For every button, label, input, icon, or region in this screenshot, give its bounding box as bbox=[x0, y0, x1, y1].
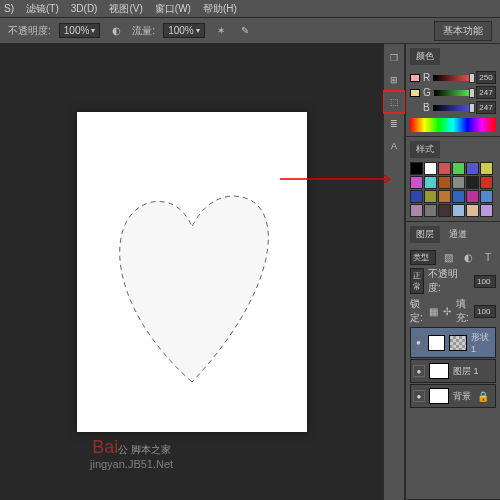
airbrush-icon[interactable]: ✶ bbox=[213, 23, 229, 39]
character-icon[interactable]: A bbox=[384, 136, 404, 156]
layer-thumb[interactable] bbox=[429, 388, 449, 404]
visibility-toggle[interactable]: ● bbox=[413, 337, 424, 349]
menu-3d[interactable]: 3D(D) bbox=[71, 3, 98, 14]
style-swatch[interactable] bbox=[438, 176, 451, 189]
fill-value[interactable]: 100 bbox=[474, 305, 496, 318]
layer-name[interactable]: 图层 1 bbox=[453, 365, 479, 378]
collapsed-panel-strip: ❐ ⊞ ⬚ ≣ A bbox=[383, 44, 405, 500]
flow-label: 流量: bbox=[132, 24, 155, 38]
style-swatch[interactable] bbox=[438, 204, 451, 217]
color-panel: 颜色 R 250 G 247 B 247 bbox=[406, 44, 500, 137]
style-swatch[interactable] bbox=[410, 176, 423, 189]
blend-mode[interactable]: 正常 bbox=[410, 268, 424, 294]
lock-pixels-icon[interactable]: ▦ bbox=[428, 303, 438, 319]
style-swatch[interactable] bbox=[452, 204, 465, 217]
layer-name[interactable]: 形状 1 bbox=[471, 331, 493, 354]
visibility-toggle[interactable]: ● bbox=[413, 390, 425, 402]
styles-panel: 样式 bbox=[406, 137, 500, 222]
menu-help[interactable]: 帮助(H) bbox=[203, 2, 237, 16]
main-area: ❐ ⊞ ⬚ ≣ A 颜色 R 250 G 247 B 2 bbox=[0, 44, 500, 500]
visibility-toggle[interactable]: ● bbox=[413, 365, 425, 377]
filter-adjust-icon[interactable]: ◐ bbox=[460, 249, 476, 265]
style-swatch[interactable] bbox=[452, 162, 465, 175]
bg-color-chip[interactable] bbox=[410, 89, 420, 97]
color-spectrum[interactable] bbox=[410, 118, 496, 132]
style-swatch[interactable] bbox=[438, 190, 451, 203]
layer-row[interactable]: ● 图层 1 bbox=[410, 359, 496, 383]
properties-icon[interactable]: ⊞ bbox=[384, 70, 404, 90]
swatches-icon[interactable]: ⬚ bbox=[384, 92, 404, 112]
layer-name[interactable]: 背景 bbox=[453, 390, 471, 403]
fg-color-chip[interactable] bbox=[410, 74, 420, 82]
style-swatch[interactable] bbox=[466, 190, 479, 203]
style-swatch[interactable] bbox=[480, 162, 493, 175]
opacity-field[interactable]: 100%▾ bbox=[59, 23, 101, 38]
r-slider[interactable] bbox=[433, 75, 473, 81]
b-value[interactable]: 247 bbox=[476, 101, 496, 114]
style-swatch[interactable] bbox=[480, 176, 493, 189]
layer-row[interactable]: ● 形状 1 bbox=[410, 327, 496, 358]
layer-mask-thumb[interactable] bbox=[449, 335, 467, 351]
layer-thumb[interactable] bbox=[429, 363, 449, 379]
style-swatch[interactable] bbox=[466, 176, 479, 189]
opacity-label: 不透明度: bbox=[8, 24, 51, 38]
menu-select[interactable]: S) bbox=[4, 3, 14, 14]
r-value[interactable]: 250 bbox=[476, 71, 496, 84]
style-swatch[interactable] bbox=[438, 162, 451, 175]
flow-field[interactable]: 100%▾ bbox=[163, 23, 205, 38]
r-label: R bbox=[423, 72, 430, 83]
lock-label: 锁定: bbox=[410, 297, 424, 325]
fill-label: 填充: bbox=[456, 297, 470, 325]
styles-grid bbox=[410, 162, 496, 217]
watermark: Bai公 脚本之家 jingyan.JB51.Net bbox=[90, 437, 173, 470]
channels-tab[interactable]: 通道 bbox=[443, 226, 473, 243]
layer-opacity-label: 不透明度: bbox=[428, 267, 470, 295]
layer-row[interactable]: ● 背景 🔒 bbox=[410, 384, 496, 408]
lock-position-icon[interactable]: ✢ bbox=[442, 303, 452, 319]
layer-filter-type[interactable]: 类型 bbox=[410, 250, 436, 265]
b-label: B bbox=[423, 102, 430, 113]
history-icon[interactable]: ❐ bbox=[384, 48, 404, 68]
heart-selection bbox=[97, 172, 287, 392]
styles-tab[interactable]: 样式 bbox=[410, 141, 440, 158]
options-bar: 不透明度: 100%▾ ◐ 流量: 100%▾ ✶ ✎ 基本功能 bbox=[0, 18, 500, 44]
layer-thumb[interactable] bbox=[428, 335, 446, 351]
color-tab[interactable]: 颜色 bbox=[410, 48, 440, 65]
menu-view[interactable]: 视图(V) bbox=[109, 2, 142, 16]
callout-arrow bbox=[280, 174, 390, 184]
lock-icon: 🔒 bbox=[475, 388, 491, 404]
pressure-size-icon[interactable]: ✎ bbox=[237, 23, 253, 39]
brushes-icon[interactable]: ≣ bbox=[384, 114, 404, 134]
layers-tab[interactable]: 图层 bbox=[410, 226, 440, 243]
menu-filter[interactable]: 滤镜(T) bbox=[26, 2, 59, 16]
filter-pixel-icon[interactable]: ▧ bbox=[440, 249, 456, 265]
filter-text-icon[interactable]: T bbox=[480, 249, 496, 265]
style-swatch[interactable] bbox=[466, 162, 479, 175]
layer-opacity-value[interactable]: 100 bbox=[474, 275, 496, 288]
style-swatch[interactable] bbox=[424, 204, 437, 217]
g-label: G bbox=[423, 87, 431, 98]
document-canvas[interactable] bbox=[77, 112, 307, 432]
style-swatch[interactable] bbox=[452, 190, 465, 203]
b-slider[interactable] bbox=[433, 105, 473, 111]
canvas-area[interactable] bbox=[0, 44, 383, 500]
menu-bar: S) 滤镜(T) 3D(D) 视图(V) 窗口(W) 帮助(H) bbox=[0, 0, 500, 18]
style-swatch[interactable] bbox=[480, 204, 493, 217]
layers-panel: 图层 通道 类型 ▧ ◐ T 正常 不透明度: 100 锁定: ▦ ✢ 填充: … bbox=[406, 222, 500, 500]
g-slider[interactable] bbox=[434, 90, 473, 96]
workspace-switcher[interactable]: 基本功能 bbox=[434, 21, 492, 41]
right-panels: 颜色 R 250 G 247 B 247 样式 bbox=[405, 44, 500, 500]
style-swatch[interactable] bbox=[424, 190, 437, 203]
pressure-opacity-icon[interactable]: ◐ bbox=[108, 23, 124, 39]
style-swatch[interactable] bbox=[424, 162, 437, 175]
g-value[interactable]: 247 bbox=[476, 86, 496, 99]
style-swatch[interactable] bbox=[466, 204, 479, 217]
style-swatch[interactable] bbox=[424, 176, 437, 189]
menu-window[interactable]: 窗口(W) bbox=[155, 2, 191, 16]
style-swatch[interactable] bbox=[410, 190, 423, 203]
style-swatch[interactable] bbox=[452, 176, 465, 189]
style-swatch[interactable] bbox=[410, 204, 423, 217]
style-swatch[interactable] bbox=[410, 162, 423, 175]
style-swatch[interactable] bbox=[480, 190, 493, 203]
